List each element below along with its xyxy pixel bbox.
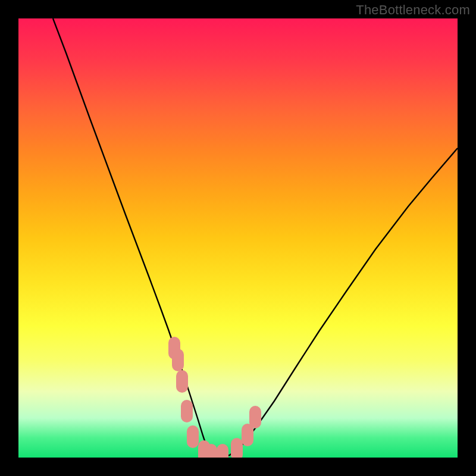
marker-layer — [168, 337, 261, 458]
data-point-marker — [217, 444, 228, 458]
data-point-marker — [172, 349, 184, 371]
plot-area — [18, 18, 458, 458]
chart-svg — [18, 18, 458, 458]
curve-right — [212, 148, 458, 458]
chart-frame: TheBottleneck.com — [0, 0, 476, 476]
curve-layer — [53, 18, 458, 458]
data-point-marker — [181, 400, 193, 422]
watermark-text: TheBottleneck.com — [356, 2, 470, 18]
data-point-marker — [187, 425, 199, 448]
data-point-marker — [176, 370, 188, 393]
data-point-marker — [231, 438, 243, 458]
curve-left — [53, 18, 212, 458]
data-point-marker — [249, 406, 261, 428]
data-point-marker — [205, 444, 217, 458]
